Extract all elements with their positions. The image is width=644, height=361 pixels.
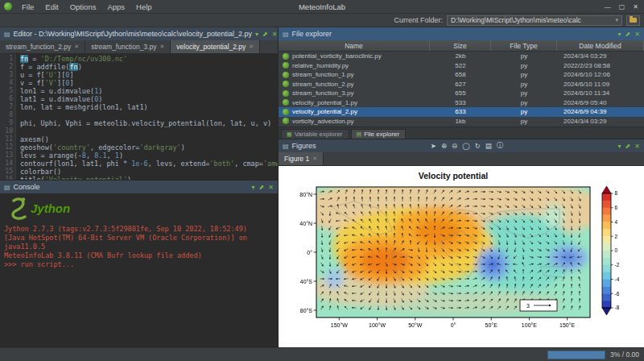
- svg-text:0°: 0°: [307, 249, 312, 255]
- file-name-cell: potential_vorticity_baroclinic.py: [279, 52, 430, 60]
- toolbar-row: Current Folder: D:\Working\MIScript\Jyth…: [0, 14, 644, 27]
- menu-file[interactable]: File: [16, 2, 39, 12]
- tab-variable-explorer[interactable]: ▦Variable explorer: [281, 129, 349, 139]
- progress-bar: [547, 351, 605, 359]
- code-editor: 12345678910111213141516 fn = 'D:/Temp/nc…: [0, 54, 278, 180]
- menu-help[interactable]: Help: [130, 2, 158, 12]
- close-icon[interactable]: ✕: [633, 3, 638, 10]
- column-header-size[interactable]: Size: [430, 40, 491, 51]
- file-table: NameSizeFile TypeDate Modified potential…: [279, 40, 644, 139]
- code-line: contourf(lon1, lat1, phi * 1e-6, levs, e…: [20, 160, 278, 168]
- panel-float-icon[interactable]: ⬈: [262, 31, 268, 38]
- file-name: potential_vorticity_baroclinic.py: [292, 52, 382, 60]
- globe-icon[interactable]: ◯: [462, 142, 470, 150]
- table-row[interactable]: velocity_potential_2.py633py2024/6/9 04:…: [279, 107, 644, 117]
- zoom-in-icon[interactable]: ⊕: [441, 142, 447, 150]
- file-size-cell: 633: [430, 108, 491, 115]
- code-line: lat1 = u.dimvalue(0): [20, 95, 278, 103]
- editor-tab-stream_function_2.py[interactable]: stream_function_2.py✕: [0, 40, 85, 53]
- tab-close-icon[interactable]: ✕: [312, 156, 317, 162]
- figure-tab-label: Figure 1: [284, 155, 309, 163]
- file-date-cell: 2022/2/23 08:58: [557, 62, 644, 69]
- table-row[interactable]: stream_function_2.py627py2024/6/10 11:09: [279, 80, 644, 89]
- tab-close-icon[interactable]: ✕: [159, 44, 164, 50]
- menu-edit[interactable]: Edit: [39, 2, 64, 12]
- tab-close-icon[interactable]: ✕: [74, 44, 79, 50]
- info-icon[interactable]: ⓘ: [497, 141, 504, 151]
- tab-label: stream_function_2.py: [6, 43, 71, 51]
- console-line: MeteoInfoLab 3.8.11 (CMA Bufr lookup fil…: [4, 251, 274, 260]
- editor-tabbar: stream_function_2.py✕stream_function_3.p…: [0, 40, 278, 54]
- svg-text:2: 2: [615, 233, 618, 239]
- figure-canvas[interactable]: Velocity potential: [279, 166, 644, 347]
- table-row[interactable]: potential_vorticity_baroclinic.py2kbpy20…: [279, 52, 644, 61]
- editor-panel-titlebar: ▤ Editor - D:\Working\MIScript\Jython\mi…: [0, 27, 278, 40]
- console-line: >>> run script...: [4, 260, 274, 269]
- panel-close-icon[interactable]: ✕: [272, 31, 278, 38]
- console-panel: ▤ Console ▾ ⬈ ✕ Jython Jython 2.7.3 (tag…: [0, 180, 278, 347]
- column-header-file-type[interactable]: File Type: [491, 40, 557, 51]
- line-number: 2: [0, 63, 13, 71]
- console-line: [Java HotSpot(TM) 64-Bit Server VM (Orac…: [4, 234, 274, 251]
- panel-close-icon[interactable]: ✕: [634, 31, 640, 38]
- zoom-out-icon[interactable]: ⊖: [452, 142, 457, 150]
- file-size-cell: 627: [430, 81, 491, 88]
- column-header-name[interactable]: Name: [279, 40, 430, 51]
- editor-tab-stream_function_3.py[interactable]: stream_function_3.py✕: [85, 40, 171, 53]
- console-lines: Jython 2.7.3 (tags:v2.7.3:5f29801fe, Sep…: [4, 225, 274, 269]
- console-output[interactable]: Jython Jython 2.7.3 (tags:v2.7.3:5f29801…: [0, 193, 278, 346]
- table-row[interactable]: stream_function_3.py655py2024/6/10 11:34: [279, 89, 644, 98]
- jython-logo-text: Jython: [31, 201, 70, 215]
- code-text-area[interactable]: fn = 'D:/Temp/nc/uv300.nc'f = addfile(fn…: [16, 54, 278, 180]
- tab-file-explorer[interactable]: ▤File explorer: [351, 129, 407, 139]
- console-panel-titlebar: ▤ Console ▾ ⬈ ✕: [0, 180, 278, 193]
- column-header-date-modified[interactable]: Date Modified: [557, 40, 644, 51]
- figure-tab[interactable]: Figure 1 ✕: [279, 152, 324, 165]
- minimize-icon[interactable]: —: [605, 3, 611, 10]
- file-explorer-icon: ▤: [357, 131, 362, 138]
- current-folder-dropdown[interactable]: D:\Working\MIScript\Jython\mis\meteo\cal…: [447, 15, 622, 26]
- browse-folder-button[interactable]: [626, 15, 640, 26]
- file-name: stream_function_1.py: [292, 71, 354, 78]
- panel-float-icon[interactable]: ⬈: [625, 31, 631, 38]
- file-name-cell: vorticity_advection.py: [279, 118, 430, 125]
- tab-label: File explorer: [364, 131, 399, 138]
- editor-tab-velocity_potential_2.py[interactable]: velocity_potential_2.py✕: [171, 40, 260, 53]
- main-menu: FileEditOptionsAppsHelp: [16, 2, 158, 12]
- file-name-cell: relative_humidity.py: [279, 62, 430, 69]
- rotate-icon[interactable]: ↻: [475, 142, 481, 150]
- python-file-icon: [283, 62, 289, 68]
- window-controls: — ▢ ✕: [605, 3, 640, 10]
- table-row[interactable]: vorticity_advection.py1kbpy2024/3/4 03:2…: [279, 117, 644, 127]
- explorer-bottom-tabs: ▦Variable explorer▤File explorer: [279, 127, 644, 139]
- panel-float-icon[interactable]: ⬈: [625, 143, 631, 150]
- file-size-cell: 2kb: [430, 52, 491, 60]
- panel-minimize-icon[interactable]: ▾: [252, 184, 255, 191]
- select-arrow-icon[interactable]: ➤: [431, 142, 436, 150]
- file-explorer-icon: ▤: [283, 31, 289, 38]
- file-date-cell: 2024/6/10 11:34: [557, 89, 644, 97]
- console-panel-controls: ▾ ⬈ ✕: [252, 184, 274, 191]
- table-row[interactable]: relative_humidity.py522py2022/2/23 08:58: [279, 61, 644, 71]
- svg-text:80°S: 80°S: [300, 307, 313, 313]
- panel-minimize-icon[interactable]: ▾: [618, 143, 621, 150]
- tab-close-icon[interactable]: ✕: [249, 44, 254, 50]
- table-row[interactable]: velocity_potential_1.py533py2024/6/9 05:…: [279, 98, 644, 108]
- editor-panel-controls: ▾ ⬈ ✕: [255, 31, 277, 38]
- menu-options[interactable]: Options: [64, 2, 102, 12]
- save-icon[interactable]: ▤: [485, 142, 492, 150]
- panel-minimize-icon[interactable]: ▾: [618, 31, 621, 38]
- file-name: relative_humidity.py: [292, 62, 349, 69]
- code-line: u = f['U'][0]: [20, 71, 278, 79]
- svg-text:80°N: 80°N: [299, 191, 312, 197]
- svg-text:-6: -6: [615, 290, 620, 296]
- editor-icon: ▤: [4, 31, 10, 38]
- panel-close-icon[interactable]: ✕: [268, 184, 274, 191]
- menu-apps[interactable]: Apps: [101, 2, 130, 12]
- panel-minimize-icon[interactable]: ▾: [255, 31, 258, 38]
- file-date-cell: 2024/6/9 04:39: [557, 108, 644, 115]
- panel-close-icon[interactable]: ✕: [634, 143, 640, 150]
- panel-float-icon[interactable]: ⬈: [259, 184, 265, 191]
- maximize-icon[interactable]: ▢: [619, 3, 625, 10]
- table-row[interactable]: stream_function_1.py658py2024/6/10 12:06: [279, 70, 644, 80]
